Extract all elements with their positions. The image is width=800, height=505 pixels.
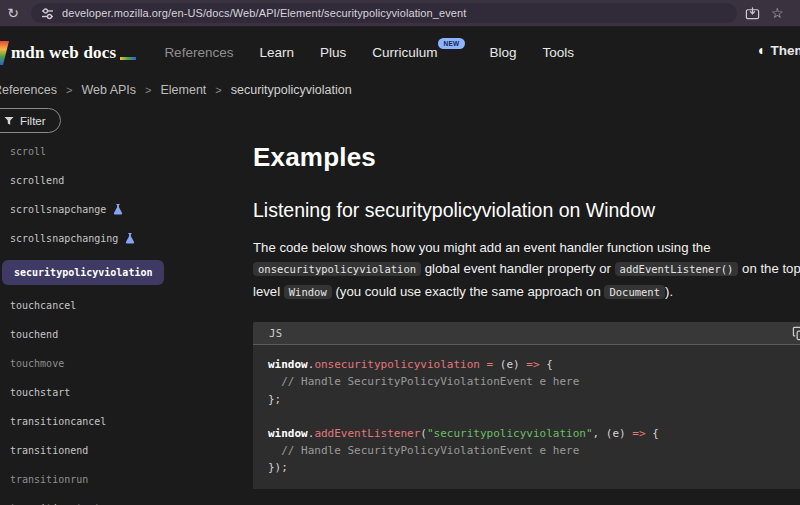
mdn-logo-text: mdn web docs [11, 43, 116, 63]
sidebar-item-touchcancel[interactable]: touchcancel [0, 291, 245, 320]
breadcrumb: References > Web APIs > Element > securi… [0, 80, 800, 100]
site-header: mdn web docs References Learn Plus Curri… [0, 28, 800, 76]
copy-icon [792, 326, 800, 341]
code-block: JS window.onsecuritypolicyviolation = (e… [253, 322, 800, 488]
sidebar-item-scrollsnapchanging[interactable]: scrollsnapchanging [0, 224, 245, 253]
reload-icon[interactable]: ↻ [0, 5, 26, 21]
nav-curriculum[interactable]: CurriculumNEW [372, 45, 463, 60]
sidebar-item-touchstart[interactable]: touchstart [0, 378, 245, 407]
paragraph-text: (you could use exactly the same approach… [332, 284, 605, 299]
code-block-header: JS [253, 322, 800, 345]
breadcrumb-web-apis[interactable]: Web APIs [81, 83, 136, 97]
nav-blog[interactable]: Blog [490, 45, 517, 60]
sidebar-item-transitionend[interactable]: transitionend [0, 436, 245, 465]
inline-code: onsecuritypolicyviolation [253, 262, 421, 276]
paragraph-text: ). [665, 284, 673, 299]
inline-code: addEventListener() [615, 262, 739, 276]
nav-learn[interactable]: Learn [259, 45, 294, 60]
experimental-flask-icon [112, 203, 124, 216]
sidebar-active-label: securitypolicyviolation [2, 260, 164, 285]
inline-code: Window [284, 285, 332, 299]
breadcrumb-references[interactable]: References [0, 83, 57, 97]
code-body[interactable]: window.onsecuritypolicyviolation = (e) =… [253, 345, 800, 488]
theme-toggle[interactable]: ◐ Theme [758, 42, 800, 58]
experimental-flask-icon [124, 232, 136, 245]
breadcrumb-current-page: securitypolicyviolation [231, 83, 352, 97]
breadcrumb-separator-icon: > [145, 84, 151, 96]
nav-tools[interactable]: Tools [543, 45, 575, 60]
theme-half-circle-icon: ◐ [758, 42, 766, 58]
article-content: Examples Listening for securitypolicyvio… [253, 102, 800, 489]
sidebar-item-touchend[interactable]: touchend [0, 320, 245, 349]
code-line: window.addEventListener("securitypolicyv… [268, 425, 800, 442]
sidebar-item-transitionstart[interactable]: transitionstart [0, 494, 245, 505]
sidebar-event-list: scrollscrollendscrollsnapchangescrollsna… [0, 137, 245, 505]
mdn-logo-underscore-icon [120, 57, 136, 60]
save-page-icon[interactable] [745, 6, 760, 21]
site-permissions-icon[interactable] [41, 7, 54, 20]
nav-plus[interactable]: Plus [320, 45, 346, 60]
filter-button[interactable]: Filter [0, 108, 61, 133]
breadcrumb-separator-icon: > [215, 84, 221, 96]
url-text: developer.mozilla.org/en-US/docs/Web/API… [62, 7, 466, 19]
description-paragraph: The code below shows how you might add a… [253, 237, 800, 303]
sidebar-item-scrollend[interactable]: scrollend [0, 166, 245, 195]
top-navigation: References Learn Plus CurriculumNEW Blog… [164, 45, 574, 60]
sidebar-item-transitionrun[interactable]: transitionrun [0, 465, 245, 494]
sidebar-item-securitypolicyviolation[interactable]: securitypolicyviolation [0, 253, 245, 291]
paragraph-text: global event handler property or [421, 261, 615, 276]
mdn-logo[interactable]: mdn web docs [0, 41, 136, 63]
browser-toolbar: ↻ developer.mozilla.org/en-US/docs/Web/A… [0, 0, 800, 27]
filter-label: Filter [20, 115, 46, 127]
filter-funnel-icon [4, 116, 14, 126]
sidebar-item-touchmove[interactable]: touchmove [0, 349, 245, 378]
mdn-logo-mark-icon [0, 41, 9, 65]
new-badge: NEW [438, 38, 464, 49]
nav-references[interactable]: References [164, 45, 233, 60]
code-line [268, 408, 800, 425]
code-language-label: JS [269, 327, 283, 339]
inline-code: Document [604, 285, 665, 299]
sidebar-item-scroll[interactable]: scroll [0, 137, 245, 166]
code-line: window.onsecuritypolicyviolation = (e) =… [268, 356, 800, 373]
sidebar-item-transitioncancel[interactable]: transitioncancel [0, 407, 245, 436]
section-heading: Listening for securitypolicyviolation on… [253, 199, 800, 222]
code-line: // Handle SecurityPolicyViolationEvent e… [268, 442, 800, 459]
sidebar: Filter scrollscrollendscrollsnapchangesc… [0, 102, 245, 505]
code-line: }; [268, 391, 800, 408]
copy-code-button[interactable] [792, 326, 800, 345]
browser-window: ↻ developer.mozilla.org/en-US/docs/Web/A… [0, 0, 800, 505]
examples-heading: Examples [253, 142, 800, 173]
bookmark-star-icon[interactable]: ☆ [771, 6, 784, 20]
code-line: }); [268, 459, 800, 476]
address-bar[interactable]: developer.mozilla.org/en-US/docs/Web/API… [31, 3, 737, 23]
paragraph-text: The code below shows how you might add a… [253, 240, 710, 255]
sidebar-item-scrollsnapchange[interactable]: scrollsnapchange [0, 195, 245, 224]
breadcrumb-separator-icon: > [66, 84, 72, 96]
code-line: // Handle SecurityPolicyViolationEvent e… [268, 373, 800, 390]
breadcrumb-element[interactable]: Element [160, 83, 206, 97]
theme-label: Theme [770, 43, 800, 58]
